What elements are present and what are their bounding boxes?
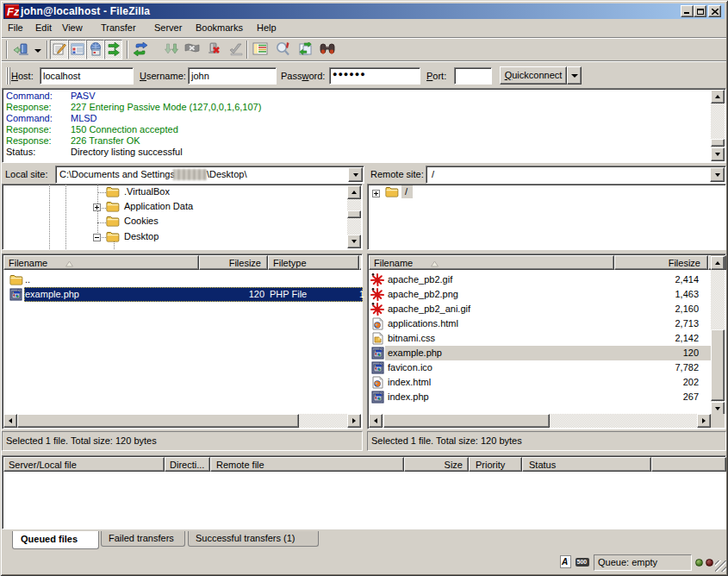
svg-text:Fz: Fz: [7, 5, 19, 18]
